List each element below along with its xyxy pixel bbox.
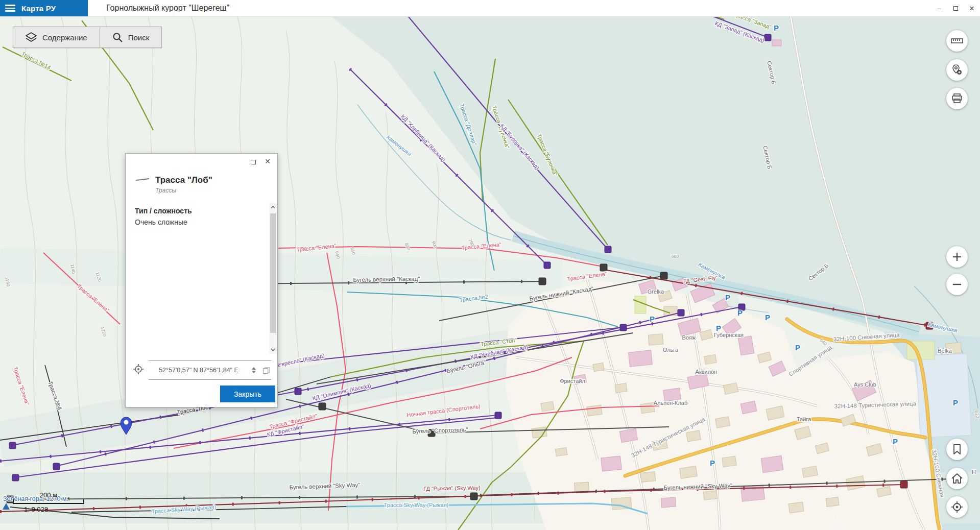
map-label: Ольга (663, 347, 679, 353)
popup-close-icon[interactable]: ✕ (265, 157, 271, 165)
popup-title: Трасса "Лоб" (155, 175, 212, 185)
document-title: Горнолыжный курорт "Шерегеш" (88, 0, 229, 16)
map-label: Н (972, 469, 976, 475)
parking-icon: P (710, 459, 715, 467)
title-bar: Карта РУ Горнолыжный курорт "Шерегеш" – … (0, 0, 980, 17)
popup-scrollbar[interactable] (269, 203, 277, 354)
copy-icon[interactable] (263, 367, 269, 374)
attribute-label: Тип / сложность (135, 207, 192, 215)
map-label: 680 (671, 254, 679, 259)
scale-distance: 200 м (13, 491, 84, 499)
home-button[interactable] (946, 468, 968, 489)
app-block: Карта РУ (0, 0, 88, 16)
printer-icon (951, 93, 963, 104)
coordinates-input[interactable] (149, 367, 249, 374)
map-toolbar: Содержание Поиск (13, 27, 162, 48)
scroll-down-icon[interactable] (269, 345, 277, 354)
feature-popup: ✕ Трасса "Лоб" Трассы Тип / сложность Оч… (125, 153, 278, 407)
map-label: Тайга (797, 416, 811, 422)
parking-icon: P (774, 23, 779, 32)
map-label[interactable]: Бугель верхний "Каскад" (353, 276, 420, 283)
plus-icon (952, 252, 962, 261)
print-button[interactable] (946, 88, 968, 109)
parking-icon: P (893, 437, 898, 446)
parking-icon: P (795, 343, 800, 352)
crosshair-icon (951, 501, 963, 513)
parking-icon: P (737, 308, 743, 317)
app-name: Карта РУ (21, 4, 56, 13)
close-button[interactable]: ✕ (964, 0, 980, 17)
parking-icon: P (650, 315, 655, 323)
zoom-in-button[interactable] (946, 246, 968, 268)
map-label[interactable]: Трасса Sky Way (Рыжая) (384, 502, 449, 508)
popup-category: Трассы (155, 187, 212, 194)
scale-line (13, 499, 84, 504)
scroll-up-icon[interactable] (269, 203, 277, 211)
parking-icon: P (765, 313, 770, 322)
map-label[interactable]: ГД "Рыжая" (Sky Way) (423, 485, 481, 492)
search-label: Поиск (128, 33, 150, 42)
map-label: Губернская (714, 332, 744, 338)
scrollbar-thumb[interactable] (270, 213, 276, 333)
locate-button[interactable] (946, 496, 968, 518)
maximize-button[interactable] (947, 0, 964, 17)
search-icon (112, 32, 123, 42)
ruler-icon (951, 38, 963, 44)
scale-bar: 200 м 1: 9 028 (13, 491, 84, 513)
contents-label: Содержание (42, 33, 87, 42)
map-label: Фристайл (560, 378, 585, 384)
map-label: Аквилон (696, 369, 718, 375)
map-label: Вояж (682, 334, 696, 341)
menu-icon[interactable] (5, 5, 15, 12)
locate-target-icon[interactable] (133, 364, 144, 377)
map-label: Альпен-Клаб (654, 400, 688, 406)
placemark-plus-icon (951, 64, 963, 76)
layers-icon (26, 32, 37, 42)
attribute-value: Очень сложные (135, 218, 187, 226)
parking-icon: P (716, 324, 721, 332)
map-label: Belka (938, 348, 952, 354)
contents-button[interactable]: Содержание (13, 27, 100, 47)
minus-icon (952, 280, 962, 289)
trail-symbol-icon (135, 175, 150, 185)
add-placemark-button[interactable] (946, 59, 968, 81)
minimize-button[interactable]: – (931, 0, 947, 17)
bookmarks-button[interactable] (946, 439, 968, 460)
parking-icon: P (953, 398, 958, 407)
home-icon (951, 473, 963, 484)
search-button[interactable]: Поиск (100, 27, 162, 47)
scale-ratio: 1: 9 028 (13, 505, 84, 513)
popup-close-button[interactable]: Закрыть (220, 386, 275, 402)
bookmark-icon (953, 444, 961, 454)
parking-icon: P (725, 293, 730, 302)
map-label: Ays Club (854, 381, 876, 388)
measure-button[interactable] (946, 30, 968, 52)
popup-maximize-icon[interactable] (251, 160, 256, 164)
coordinate-format-stepper[interactable] (249, 367, 259, 373)
map-label: Grelka (648, 288, 664, 295)
zoom-out-button[interactable] (946, 274, 968, 295)
